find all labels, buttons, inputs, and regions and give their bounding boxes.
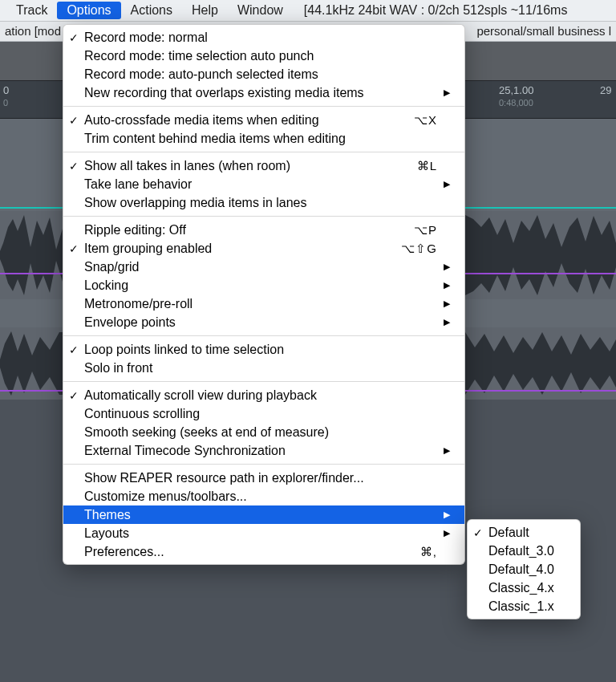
menu-item-label: Auto-crossfade media items when editing	[84, 113, 395, 128]
shortcut: ⌥⇧G	[382, 242, 437, 256]
separator	[63, 335, 464, 336]
theme-label: Default_4.0	[488, 562, 565, 577]
theme-item-default-4-0[interactable]: Default_4.0	[468, 560, 580, 578]
menu-item-loop-points-linked-to-time-selection[interactable]: ✓Loop points linked to time selection	[63, 340, 464, 359]
ruler-mark: 0	[3, 84, 9, 96]
menubar: Track Options Actions Help Window [44.1k…	[0, 0, 616, 21]
submenu-arrow-icon: ▶	[437, 528, 450, 538]
menu-item-label: Solo in front	[84, 361, 437, 376]
theme-item-classic-4-x[interactable]: Classic_4.x	[468, 578, 580, 597]
shortcut: ⌥X	[395, 113, 437, 128]
menu-item-snap-grid[interactable]: Snap/grid▶	[63, 258, 464, 276]
title-left: ation [mod	[5, 24, 61, 38]
separator	[63, 464, 464, 465]
menu-item-show-all-takes-in-lanes-when-room[interactable]: ✓Show all takes in lanes (when room)⌘L	[63, 156, 464, 175]
separator	[63, 381, 464, 382]
menu-item-metronome-pre-roll[interactable]: Metronome/pre-roll▶	[63, 294, 464, 313]
menu-item-label: Customize menus/toolbars...	[84, 489, 437, 504]
menu-item-ripple-editing-off[interactable]: Ripple editing: Off⌥P	[63, 221, 464, 239]
checkmark-icon: ✓	[63, 242, 84, 255]
checkmark-icon: ✓	[63, 343, 84, 356]
theme-item-default[interactable]: ✓Default	[468, 523, 580, 542]
submenu-arrow-icon: ▶	[437, 87, 450, 98]
menu-item-label: Continuous scrolling	[84, 407, 437, 421]
submenu-arrow-icon: ▶	[437, 445, 450, 456]
menu-item-label: Preferences...	[84, 545, 401, 559]
menu-item-customize-menus-toolbars[interactable]: Customize menus/toolbars...	[63, 487, 464, 505]
menu-track[interactable]: Track	[6, 2, 57, 19]
menu-item-label: Smooth seeking (seeks at end of measure)	[84, 425, 437, 440]
menu-item-label: Loop points linked to time selection	[84, 343, 437, 357]
shortcut: ⌥P	[395, 223, 437, 237]
menu-options[interactable]: Options	[57, 2, 120, 19]
menu-item-auto-crossfade-media-items-when-editing[interactable]: ✓Auto-crossfade media items when editing…	[63, 111, 464, 129]
separator	[63, 152, 464, 152]
menu-item-label: Layouts	[84, 526, 437, 541]
menu-item-new-recording-that-overlaps-existing-media-items[interactable]: New recording that overlaps existing med…	[63, 83, 464, 102]
submenu-arrow-icon: ▶	[437, 509, 450, 520]
menu-item-label: Locking	[84, 278, 437, 293]
themes-submenu: ✓DefaultDefault_3.0Default_4.0Classic_4.…	[467, 519, 581, 619]
menu-item-trim-content-behind-media-items-when-editing[interactable]: Trim content behind media items when edi…	[63, 129, 464, 148]
submenu-arrow-icon: ▶	[437, 280, 450, 290]
menu-item-label: Record mode: normal	[84, 30, 437, 45]
submenu-arrow-icon: ▶	[437, 317, 450, 327]
separator	[63, 106, 464, 107]
menu-item-label: Snap/grid	[84, 260, 437, 274]
menu-item-show-reaper-resource-path-in-explorer-finder[interactable]: Show REAPER resource path in explorer/fi…	[63, 469, 464, 487]
menu-item-record-mode-time-selection-auto-punch[interactable]: Record mode: time selection auto punch	[63, 47, 464, 65]
theme-label: Default	[488, 526, 565, 540]
menu-actions[interactable]: Actions	[121, 2, 182, 19]
ruler-mark: 25,1.00	[499, 84, 533, 96]
menu-item-smooth-seeking-seeks-at-end-of-measure[interactable]: Smooth seeking (seeks at end of measure)	[63, 423, 464, 441]
submenu-arrow-icon: ▶	[437, 298, 450, 309]
title-right: personal/small business l	[476, 24, 611, 38]
menu-item-record-mode-normal[interactable]: ✓Record mode: normal	[63, 28, 464, 47]
options-dropdown: ✓Record mode: normalRecord mode: time se…	[63, 24, 465, 565]
submenu-arrow-icon: ▶	[437, 262, 450, 272]
menu-help[interactable]: Help	[182, 2, 228, 19]
ruler-submark: 0:48,000	[499, 98, 533, 108]
menu-item-preferences[interactable]: Preferences...⌘,	[63, 542, 464, 561]
shortcut: ⌘,	[401, 545, 437, 559]
menu-item-label: Show overlapping media items in lanes	[84, 196, 437, 210]
checkmark-icon: ✓	[63, 160, 84, 173]
menu-item-label: Envelope points	[84, 315, 437, 330]
menu-item-label: Automatically scroll view during playbac…	[84, 388, 437, 403]
theme-label: Classic_4.x	[488, 581, 565, 595]
ruler-mark: 29	[600, 84, 611, 96]
theme-item-default-3-0[interactable]: Default_3.0	[468, 542, 580, 560]
menu-item-external-timecode-synchronization[interactable]: External Timecode Synchronization▶	[63, 441, 464, 460]
ruler-submark: 0	[3, 98, 8, 108]
menu-item-label: Metronome/pre-roll	[84, 297, 437, 311]
menu-item-layouts[interactable]: Layouts▶	[63, 524, 464, 542]
separator	[63, 216, 464, 217]
menu-item-label: Record mode: auto-punch selected items	[84, 67, 437, 82]
theme-label: Classic_1.x	[488, 599, 565, 614]
menu-item-continuous-scrolling[interactable]: Continuous scrolling	[63, 404, 464, 423]
menu-item-label: Show REAPER resource path in explorer/fi…	[84, 471, 437, 485]
audio-format-status: [44.1kHz 24bit WAV : 0/2ch 512spls ~11/1…	[304, 3, 568, 18]
menu-item-show-overlapping-media-items-in-lanes[interactable]: Show overlapping media items in lanes	[63, 193, 464, 212]
menu-item-label: Trim content behind media items when edi…	[84, 132, 437, 146]
menu-item-locking[interactable]: Locking▶	[63, 276, 464, 294]
shortcut: ⌘L	[398, 159, 437, 173]
menu-item-envelope-points[interactable]: Envelope points▶	[63, 313, 464, 331]
menu-item-label: New recording that overlaps existing med…	[84, 86, 437, 100]
menu-item-label: Item grouping enabled	[84, 242, 382, 256]
checkmark-icon: ✓	[468, 526, 488, 539]
menu-item-item-grouping-enabled[interactable]: ✓Item grouping enabled⌥⇧G	[63, 239, 464, 258]
theme-item-classic-1-x[interactable]: Classic_1.x	[468, 597, 580, 615]
menu-window[interactable]: Window	[228, 2, 293, 19]
menu-item-label: Show all takes in lanes (when room)	[84, 159, 398, 173]
menu-item-themes[interactable]: Themes▶	[63, 505, 464, 524]
menu-item-solo-in-front[interactable]: Solo in front	[63, 359, 464, 377]
menu-item-record-mode-auto-punch-selected-items[interactable]: Record mode: auto-punch selected items	[63, 65, 464, 83]
menu-item-label: Record mode: time selection auto punch	[84, 49, 437, 63]
theme-label: Default_3.0	[488, 544, 565, 558]
checkmark-icon: ✓	[63, 31, 84, 44]
menu-item-automatically-scroll-view-during-playback[interactable]: ✓Automatically scroll view during playba…	[63, 386, 464, 404]
menu-item-label: Themes	[84, 508, 437, 522]
menu-item-label: External Timecode Synchronization	[84, 444, 437, 458]
menu-item-take-lane-behavior[interactable]: Take lane behavior▶	[63, 175, 464, 193]
